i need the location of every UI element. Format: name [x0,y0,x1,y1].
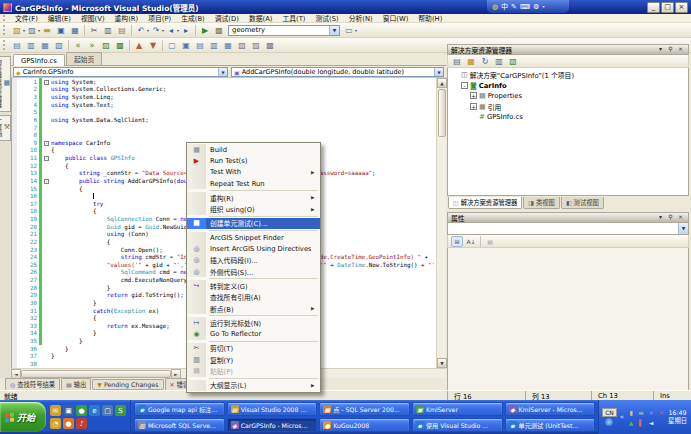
context-menu-item-repeat-test-run[interactable]: Repeat Test Run [187,178,320,189]
menubar-item[interactable]: 视图(V) [76,13,110,23]
toolbar-grip[interactable] [3,15,7,21]
start-button[interactable]: 开始 [0,402,46,432]
context-menu-item-breakpoint[interactable]: 断点(B)▶ [187,303,320,314]
taskbar-button-kugou[interactable]: ●KuGou2008 [319,418,410,432]
tray-usb-icon[interactable]: ♦ [647,408,655,416]
save-icon[interactable]: ▣ [55,24,68,37]
context-menu-item-create-unit-test[interactable]: ▦创建单元测试(C)... [187,218,320,229]
quicklaunch-ie-icon[interactable]: e [89,405,100,416]
find-combobox[interactable]: geometry▼ [228,25,340,36]
context-menu-item-refactor[interactable]: 重构(R)▶ [187,192,320,203]
vertical-scrollbar[interactable]: ▲ ▼ [436,78,446,368]
categorized-icon[interactable]: ⊞ [451,236,463,247]
taskbar-button-unit-test[interactable]: e单元测试 (UnitTest... [505,418,596,432]
dropdown-arrow-icon[interactable]: ▾ [162,28,164,33]
checkin-icon[interactable]: ▼ [147,39,160,52]
scrollbar-thumb[interactable] [438,89,446,137]
fold-marker-icon[interactable]: - [42,140,51,146]
navigate-backward-icon[interactable]: ◂ [165,24,178,37]
menubar-item[interactable]: 重构(R) [110,13,144,23]
language-bar[interactable]: ◍ 中 ✎ ⌨ ⚙ ▾ [487,0,569,13]
network-globe-icon[interactable] [605,418,613,426]
tab-output[interactable]: ▤输出 [61,378,91,391]
tray-network-icon[interactable]: ▬ [637,408,645,416]
tray-lock-icon[interactable]: ▮ [627,408,635,416]
dropdown-arrow-icon[interactable]: ▼ [329,26,339,35]
add-item-icon[interactable]: ▨ [26,24,39,37]
quick-info-icon[interactable]: ▦ [39,39,52,52]
quicklaunch-clock-icon[interactable]: ◔ [50,418,61,429]
quicklaunch-sogou-icon[interactable]: S [115,405,126,416]
tab-gpsinfo-cs[interactable]: GPSInfo.cs [13,54,65,66]
taskbar-button-cargpsinfo-vs[interactable]: ◆CarGPSInfo - Micros... [227,418,318,432]
menubar-item[interactable]: 文件(F) [10,13,43,23]
context-menu-item-find-all-references[interactable]: 查找所有引用(A) [187,292,320,303]
taskbar-button-sql-server[interactable]: ▥Microsoft SQL Serve... [134,418,225,432]
properties-icon[interactable]: ▤ [451,55,464,68]
find-in-files-icon[interactable]: ▩ [213,24,226,37]
tree-expander-icon[interactable]: + [470,103,477,111]
close-button[interactable]: × [675,2,688,13]
project-node-carinfo[interactable]: -◙CarInfo [448,81,688,92]
comment-icon[interactable]: ▨ [100,39,113,52]
tab-start-page[interactable]: 起始页 [66,52,102,65]
undo-checkout-icon[interactable]: ▲ [133,39,146,52]
fold-marker-icon[interactable]: - [42,178,51,184]
quicklaunch-show-desktop-icon[interactable]: ▢ [102,405,113,416]
fold-marker-icon[interactable]: - [42,79,51,85]
scrollbar-thumb[interactable] [21,370,171,378]
dropdown-arrow-icon[interactable]: ▼ [434,68,443,76]
menubar-item[interactable]: 工具(T) [277,13,310,23]
menubar-item[interactable]: 生成(B) [176,13,210,23]
menubar-item[interactable]: 调试(D) [210,13,244,23]
source-control-icon-2[interactable]: ▨ [250,39,263,52]
restore-button[interactable]: □ [661,2,674,13]
window-position-icon[interactable]: ▾ [656,213,665,222]
toggle-bookmark-icon[interactable]: ▢ [166,39,179,52]
context-menu-item-build[interactable]: ▦Build [187,144,320,155]
menubar-item[interactable]: 编辑(E) [43,13,76,23]
type-dropdown[interactable]: ◆ CarInfo.GPSInfo ▼ [13,67,228,77]
quicklaunch-messenger-icon[interactable]: ● [76,405,87,416]
scroll-up-icon[interactable]: ▲ [437,78,447,88]
cjk-input-indicator[interactable]: 中 [501,1,508,13]
tab-class-view[interactable]: ◨类视图 [523,197,560,209]
code-line[interactable]: 5 [12,109,436,117]
toolbar-grip[interactable] [3,40,7,50]
find-symbol-icon[interactable]: ▭ [343,24,356,37]
tab-solution-explorer[interactable]: ◫解决方案资源管理器 [448,197,522,209]
code-line[interactable]: 1-using System; [12,78,436,86]
save-all-icon[interactable]: ▦ [69,24,82,37]
show-all-files-icon[interactable]: ▦ [465,55,478,68]
fold-marker-icon[interactable]: - [42,155,51,161]
tray-expand-icon[interactable]: « [620,413,624,421]
property-pages-icon[interactable]: ▤ [484,236,496,247]
language-code[interactable]: CN [602,408,617,417]
refresh-icon[interactable]: ↻ [479,55,492,68]
auto-hide-pin-icon[interactable]: ⚲ [666,213,675,222]
window-position-icon[interactable]: ▾ [656,45,665,54]
dropdown-arrow-icon[interactable]: ▼ [678,223,688,234]
view-class-diagram-icon[interactable]: ▧ [507,55,520,68]
code-line[interactable]: 2using System.Collections.Generic; [12,86,436,94]
tab-pending-changes[interactable]: ▼Pending Changes [92,379,163,390]
tray-error-icon[interactable]: ✕ [657,408,665,416]
context-menu-item-run-to-cursor[interactable]: ↦运行到光标处(N) [187,317,320,328]
tab-find-symbol-results[interactable]: ◎查找符号结果 [5,378,60,391]
context-menu-item-paste[interactable]: ▤粘贴(P) [187,365,320,376]
taskbar-button-sql-query[interactable]: ▦点 - SQL Server 200... [319,402,410,416]
dropdown-arrow-icon[interactable]: ▾ [38,28,40,33]
language-bar-options-icon[interactable]: ▾ [542,1,544,13]
next-bookmark-icon[interactable]: ▤ [194,39,207,52]
copy-icon[interactable]: ▥ [102,24,115,37]
menubar-item[interactable]: 数据(A) [244,13,278,23]
dropdown-arrow-icon[interactable]: ▾ [23,28,25,33]
code-line[interactable]: 8 [12,131,436,139]
toolbar-grip[interactable] [3,25,7,35]
code-line[interactable]: 3using System.Linq; [12,93,436,101]
parameter-info-icon[interactable]: ▥ [25,39,38,52]
bookmark-folder-icon[interactable]: ▥ [208,39,221,52]
input-language-globe-icon[interactable]: ◍ [492,1,498,13]
menubar-item[interactable]: 分析(N) [344,13,378,23]
taskbar-button-kmlserver[interactable]: ▣KmlServer [412,402,503,416]
